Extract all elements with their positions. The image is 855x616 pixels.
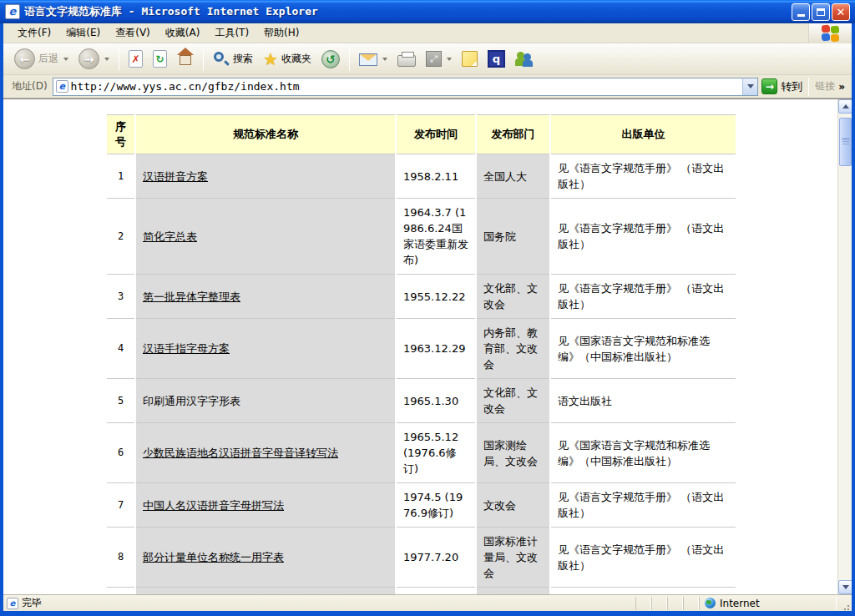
forward-button[interactable]: →	[74, 47, 114, 71]
mail-icon	[359, 53, 377, 66]
q-tool-button[interactable]: q	[483, 48, 509, 69]
address-bar: 地址(D) e → 转到 链接 »	[3, 75, 852, 98]
menu-item-2[interactable]: 查看(V)	[108, 23, 158, 43]
back-label: 后退	[38, 52, 58, 66]
date-cell: 1958.2.11	[397, 154, 475, 199]
menu-item-0[interactable]: 文件(F)	[10, 23, 58, 43]
standard-link[interactable]: 少数民族语地名汉语拼音字母音译转写法	[143, 447, 338, 459]
table-row: 1汉语拼音方案1958.2.11全国人大见《语言文字规范手册》 （语文出版社）	[107, 154, 736, 199]
favorites-button[interactable]: ★ 收藏夹	[259, 49, 316, 69]
messenger-button[interactable]	[511, 49, 538, 69]
standard-link[interactable]: 简化字总表	[143, 230, 197, 243]
status-subpane	[635, 597, 651, 610]
address-dropdown-button[interactable]	[742, 78, 757, 95]
toolbar-separator	[119, 48, 119, 71]
table-row: 6少数民族语地名汉语拼音字母音译转写法1965.5.12 (1976.6修订)国…	[107, 423, 736, 483]
history-button[interactable]: ↺	[317, 48, 344, 70]
go-arrow-icon: →	[761, 78, 777, 94]
back-button[interactable]: ← 后退	[10, 47, 73, 71]
arrow-up-icon	[842, 104, 849, 109]
mail-button[interactable]	[355, 50, 392, 68]
edit-button[interactable]: ⤢	[422, 49, 456, 68]
name-cell: 汉语拼音字母名称读音	[136, 588, 395, 594]
window-frame-bottom	[0, 611, 855, 616]
date-cell: 1963.12.29	[397, 319, 475, 379]
standard-link[interactable]: 中国人名汉语拼音字母拼写法	[143, 499, 284, 512]
forward-dropdown-icon	[104, 58, 109, 61]
discuss-button[interactable]	[458, 49, 482, 68]
links-chevron-icon[interactable]: »	[838, 81, 848, 93]
address-label: 地址(D)	[7, 79, 53, 93]
menu-items: 文件(F)编辑(E)查看(V)收藏(A)工具(T)帮助(H)	[10, 23, 306, 43]
publisher-cell: 见《语言文字规范手册》 （语文出版社）	[551, 483, 736, 528]
menu-item-5[interactable]: 帮助(H)	[256, 23, 306, 43]
department-cell: 国务院	[477, 199, 549, 275]
table-row: 9汉语拼音字母名称读音1982.8.17国家标准局、文改会见《语言文字规范手册》…	[107, 588, 736, 594]
minimize-icon	[797, 14, 805, 17]
menu-item-3[interactable]: 收藏(A)	[158, 23, 208, 43]
go-label: 转到	[781, 79, 802, 94]
department-cell: 文化部、文改会	[477, 379, 549, 423]
internet-globe-icon	[705, 598, 716, 608]
serial-cell: 9	[107, 588, 134, 594]
vertical-scrollbar[interactable]	[837, 99, 852, 594]
address-input[interactable]	[71, 80, 743, 93]
scroll-down-button[interactable]	[838, 580, 852, 594]
department-cell: 内务部、教育部、文改会	[477, 319, 549, 379]
standard-link[interactable]: 汉语手指字母方案	[143, 342, 230, 355]
stop-button[interactable]: ✗	[124, 48, 147, 69]
column-header: 出版单位	[551, 114, 736, 154]
status-subpane	[667, 597, 683, 610]
edit-dropdown-icon	[447, 58, 452, 61]
standard-link[interactable]: 第一批异体字整理表	[143, 290, 240, 303]
department-cell: 全国人大	[477, 154, 549, 199]
browser-window: e 语言文字规范标准库 - Microsoft Internet Explore…	[0, 0, 855, 616]
back-icon: ←	[14, 48, 35, 69]
column-header: 序号	[107, 114, 134, 154]
date-cell: 1982.8.17	[397, 588, 475, 594]
scroll-up-button[interactable]	[838, 99, 852, 114]
refresh-button[interactable]: ↻	[149, 48, 171, 69]
window-frame-left	[0, 23, 3, 616]
edit-icon: ⤢	[426, 51, 442, 67]
scrollbar-thumb[interactable]	[839, 118, 852, 166]
standard-link[interactable]: 汉语拼音方案	[143, 170, 208, 183]
favorites-star-icon: ★	[263, 51, 278, 68]
search-icon	[213, 51, 230, 68]
column-header: 发布时间	[397, 114, 475, 154]
search-label: 搜索	[233, 52, 253, 66]
menu-item-4[interactable]: 工具(T)	[207, 23, 256, 43]
department-cell: 国家测绘局、文改会	[477, 423, 549, 483]
page-favicon-icon: e	[56, 80, 68, 93]
status-ie-icon: e	[7, 598, 18, 609]
name-cell: 第一批异体字整理表	[136, 275, 395, 319]
serial-cell: 2	[107, 199, 134, 275]
serial-cell: 1	[107, 154, 134, 199]
publisher-cell: 见《语言文字规范手册》 （语文出版社）	[551, 154, 736, 199]
stop-icon: ✗	[129, 50, 143, 68]
print-button[interactable]	[393, 50, 420, 68]
favorites-label: 收藏夹	[281, 52, 311, 66]
close-button[interactable]: ✕	[832, 3, 850, 21]
serial-cell: 5	[107, 379, 134, 423]
home-button[interactable]	[173, 48, 198, 69]
resize-grip[interactable]	[840, 601, 850, 611]
minimize-button[interactable]	[792, 3, 810, 21]
links-label[interactable]: 链接	[812, 79, 838, 93]
standard-link[interactable]: 部分计量单位名称统一用字表	[143, 551, 284, 563]
zone-label: Internet	[720, 598, 760, 609]
page-content: 序号规范标准名称发布时间发布部门出版单位 1汉语拼音方案1958.2.11全国人…	[3, 98, 852, 594]
date-cell: 1974.5 (1976.9修订)	[397, 483, 475, 528]
go-button[interactable]: → 转到	[761, 78, 802, 94]
serial-cell: 7	[107, 483, 134, 528]
standards-table-body: 1汉语拼音方案1958.2.11全国人大见《语言文字规范手册》 （语文出版社）2…	[107, 154, 736, 594]
serial-cell: 8	[107, 528, 134, 588]
maximize-button[interactable]	[812, 3, 830, 21]
menu-item-1[interactable]: 编辑(E)	[58, 23, 108, 43]
address-separator	[808, 78, 809, 96]
serial-cell: 3	[107, 275, 134, 319]
toolbar: ← 后退 → ✗ ↻ 搜索 ★ 收藏夹 ↺ ⤢	[3, 43, 852, 75]
arrow-down-icon	[842, 585, 849, 589]
search-button[interactable]: 搜索	[209, 49, 257, 69]
windows-logo-icon	[822, 25, 840, 42]
